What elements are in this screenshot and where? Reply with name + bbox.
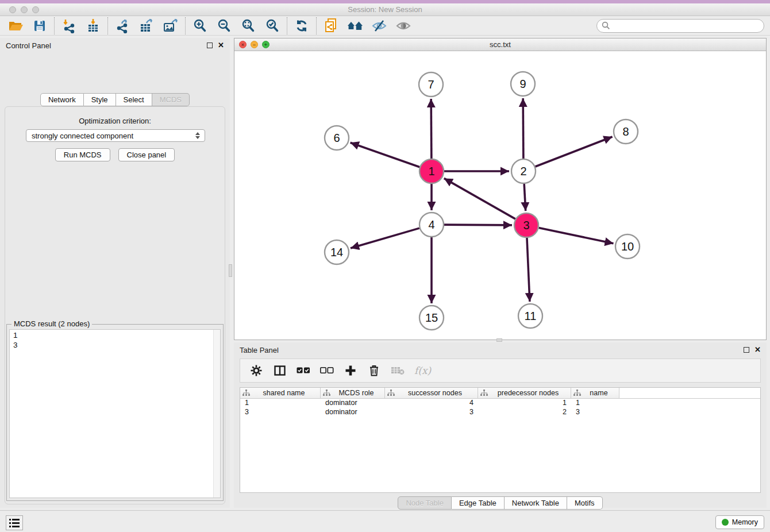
minimize-window-button[interactable] <box>21 6 28 13</box>
network-window-title: scc.txt <box>234 40 766 49</box>
show-eye-button[interactable] <box>391 17 415 35</box>
close-table-panel-icon[interactable]: ✕ <box>754 347 761 353</box>
function-icon[interactable]: f(x) <box>414 365 431 376</box>
close-panel-button[interactable]: Close panel <box>118 148 175 161</box>
table-gear-button[interactable] <box>249 364 263 377</box>
graph-edge-4-14[interactable] <box>351 228 419 248</box>
tab-mcds[interactable]: MCDS <box>152 93 190 106</box>
result-scrollbar[interactable] <box>213 330 220 498</box>
network-window-titlebar[interactable]: × − + scc.txt <box>234 38 766 51</box>
table-panel-title: Table Panel <box>240 346 279 354</box>
run-mcds-button[interactable]: Run MCDS <box>55 148 110 161</box>
close-window-button[interactable] <box>9 6 16 13</box>
export-image-button[interactable] <box>159 17 183 35</box>
table-cell[interactable]: dominator <box>321 408 385 417</box>
graph-edge-2-3[interactable] <box>524 184 526 211</box>
table-cell[interactable]: 2 <box>478 408 571 417</box>
deselect-all-columns-button[interactable] <box>320 364 334 377</box>
zoom-selected-button[interactable] <box>260 17 284 35</box>
split-columns-icon <box>274 365 286 376</box>
import-network-button[interactable] <box>57 17 81 35</box>
delete-row-button[interactable] <box>367 364 381 377</box>
table-cell[interactable]: 3 <box>571 408 619 417</box>
column-header-name[interactable]: name <box>571 388 619 398</box>
graph-node-label: 11 <box>525 310 537 322</box>
table-cell[interactable]: 1 <box>571 399 619 408</box>
network-minimize-button[interactable]: − <box>251 41 258 48</box>
zoom-out-button[interactable] <box>212 17 236 35</box>
network-canvas[interactable]: 1234678910111415 <box>234 51 766 340</box>
table-splitter-handle[interactable] <box>496 338 502 342</box>
optimization-criterion-select[interactable]: strongly connected component <box>26 129 205 142</box>
table-tab-node-table[interactable]: Node Table <box>398 496 452 510</box>
table-tab-network-table[interactable]: Network Table <box>505 496 567 510</box>
export-network-button[interactable] <box>110 17 134 35</box>
column-header-predecessor-nodes[interactable]: predecessor nodes <box>478 388 571 398</box>
select-all-columns-button[interactable] <box>297 364 310 377</box>
zoom-window-button[interactable] <box>32 6 39 13</box>
graph-edge-2-9[interactable] <box>523 98 523 159</box>
status-bar: Memory <box>0 510 770 532</box>
search-input[interactable] <box>613 21 759 30</box>
network-canvas-svg: 1234678910111415 <box>234 51 766 340</box>
float-panel-icon[interactable] <box>207 43 213 48</box>
table-cell[interactable]: 1 <box>240 399 321 408</box>
mcds-result-area[interactable]: 1 3 <box>9 329 221 498</box>
delete-table-button[interactable] <box>391 364 405 377</box>
table-cell[interactable]: 4 <box>385 399 478 408</box>
zoom-selected-icon <box>265 18 280 33</box>
memory-button[interactable]: Memory <box>715 515 764 529</box>
import-table-button[interactable] <box>81 17 105 35</box>
graph-edge-2-8[interactable] <box>536 137 613 167</box>
table-cell[interactable]: 1 <box>478 399 571 408</box>
table-tab-edge-table[interactable]: Edge Table <box>452 496 505 510</box>
optimization-criterion-value: strongly connected component <box>32 132 133 140</box>
export-table-button[interactable] <box>134 17 159 35</box>
graph-edge-1-7[interactable] <box>431 99 432 159</box>
tab-style[interactable]: Style <box>84 93 116 106</box>
graph-node-label: 3 <box>523 219 529 232</box>
hide-eye-button[interactable] <box>367 17 391 35</box>
graph-node-label: 9 <box>519 78 526 90</box>
column-header-shared-name[interactable]: shared name <box>240 388 321 398</box>
task-history-button[interactable] <box>6 515 23 530</box>
graph-node-label: 4 <box>428 218 434 231</box>
graph-edge-3-10[interactable] <box>539 228 614 244</box>
graph-edge-4-3[interactable] <box>444 225 512 225</box>
network-maximize-button[interactable]: + <box>262 41 270 48</box>
save-session-button[interactable] <box>28 17 52 35</box>
table-cell[interactable]: dominator <box>321 399 385 408</box>
add-row-button[interactable] <box>344 364 357 377</box>
home-icon <box>346 19 364 33</box>
tab-network[interactable]: Network <box>40 93 84 106</box>
zoom-in-button[interactable] <box>188 17 212 35</box>
float-table-panel-icon[interactable] <box>744 347 749 353</box>
open-session-button[interactable] <box>3 17 28 35</box>
table-cell[interactable]: 3 <box>240 408 321 417</box>
mcds-result-title: MCDS result (2 nodes) <box>11 319 92 328</box>
node-table-header: shared nameMCDS rolesuccessor nodesprede… <box>240 388 760 399</box>
panel-splitter-handle[interactable] <box>229 264 232 277</box>
hierarchy-icon <box>480 390 488 396</box>
graph-node-label: 1 <box>428 165 434 178</box>
refresh-button[interactable] <box>290 17 314 35</box>
close-panel-icon[interactable]: ✕ <box>218 43 224 48</box>
zoom-fit-button[interactable] <box>236 17 260 35</box>
toolbar-separator <box>316 17 317 34</box>
table-cell[interactable]: 3 <box>385 408 478 417</box>
split-columns-button[interactable] <box>273 364 287 377</box>
optimization-criterion-label: Optimization criterion: <box>5 117 225 125</box>
table-tab-motifs[interactable]: Motifs <box>567 496 603 510</box>
table-row[interactable]: 3dominator323 <box>240 408 760 417</box>
eye-slash-icon <box>371 19 387 33</box>
column-header-successor-nodes[interactable]: successor nodes <box>385 388 478 398</box>
graph-edge-1-6[interactable] <box>351 142 420 167</box>
tab-select[interactable]: Select <box>116 93 152 106</box>
column-header-MCDS-role[interactable]: MCDS role <box>321 388 385 398</box>
network-documents-button[interactable] <box>319 17 343 35</box>
table-row[interactable]: 1dominator411 <box>240 399 760 408</box>
graph-edge-3-1[interactable] <box>444 178 515 219</box>
network-close-button[interactable]: × <box>239 41 247 48</box>
graph-edge-3-11[interactable] <box>527 238 530 302</box>
home-button[interactable] <box>343 17 367 35</box>
